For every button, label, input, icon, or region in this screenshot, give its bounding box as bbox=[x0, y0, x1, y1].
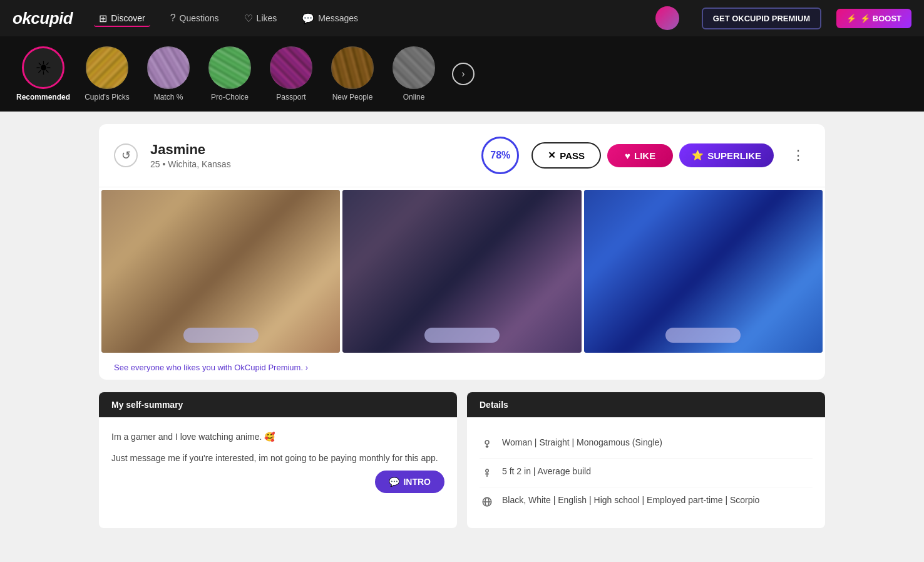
category-recommended[interactable]: ☀ Recommended bbox=[13, 41, 74, 107]
svg-point-3 bbox=[486, 469, 489, 472]
message-icon: 💬 bbox=[389, 477, 399, 487]
nav-likes[interactable]: ♡ Likes bbox=[239, 10, 282, 27]
self-summary-line2: Just message me if you're interested, im… bbox=[111, 451, 444, 465]
height-icon bbox=[480, 466, 495, 481]
details-card: Details Woman | Straight | Monogamous (S… bbox=[467, 392, 825, 528]
details-body: Woman | Straight | Monogamous (Single) 5… bbox=[467, 417, 825, 528]
category-recommended-label: Recommended bbox=[16, 93, 70, 101]
category-online-label: Online bbox=[403, 93, 425, 101]
question-icon: ? bbox=[170, 13, 176, 24]
profile-name-block: Jasmine 25 • Wichita, Kansas bbox=[150, 142, 469, 169]
match-circle: 78% bbox=[481, 137, 519, 174]
boost-icon: ⚡ bbox=[846, 14, 856, 23]
svg-point-0 bbox=[485, 440, 489, 444]
main-content: ↺ Jasmine 25 • Wichita, Kansas 78% ✕ PAS… bbox=[86, 112, 838, 553]
category-online-img bbox=[393, 46, 435, 89]
heart-icon: ♡ bbox=[244, 13, 253, 24]
photo-2[interactable] bbox=[342, 190, 581, 353]
x-icon: ✕ bbox=[548, 150, 556, 161]
category-online[interactable]: Online bbox=[386, 41, 442, 107]
category-match-img bbox=[147, 46, 190, 89]
category-new-people-label: New People bbox=[332, 93, 373, 101]
premium-button[interactable]: GET OKCUPID PREMIUM bbox=[702, 8, 821, 29]
category-bar: ☀ Recommended Cupid's Picks Match % Pro-… bbox=[0, 36, 924, 112]
superlike-button[interactable]: ⭐ SUPERLIKE bbox=[679, 143, 774, 167]
category-cupids-picks-label: Cupid's Picks bbox=[85, 93, 130, 101]
profile-header: ↺ Jasmine 25 • Wichita, Kansas 78% ✕ PAS… bbox=[99, 124, 825, 187]
nav-messages[interactable]: 💬 Messages bbox=[297, 10, 363, 27]
details-header: Details bbox=[467, 392, 825, 417]
category-cupids-picks-img bbox=[86, 46, 128, 89]
sun-icon: ☀ bbox=[35, 57, 52, 79]
refresh-button[interactable]: ↺ bbox=[114, 143, 138, 167]
superlike-icon: ⭐ bbox=[692, 150, 704, 161]
profile-age-location: 25 • Wichita, Kansas bbox=[150, 159, 469, 169]
chat-icon: 💬 bbox=[302, 13, 314, 24]
category-cupids-picks[interactable]: Cupid's Picks bbox=[79, 41, 135, 107]
category-pro-choice-label: Pro-Choice bbox=[211, 93, 249, 101]
boost-button[interactable]: ⚡ ⚡ BOOST bbox=[836, 9, 911, 28]
more-options-button[interactable]: ⋮ bbox=[786, 145, 810, 166]
category-new-people-img bbox=[331, 46, 374, 89]
self-summary-card: My self-summary Im a gamer and I love wa… bbox=[99, 392, 457, 528]
category-pro-choice[interactable]: Pro-Choice bbox=[202, 41, 258, 107]
category-passport[interactable]: Passport bbox=[263, 41, 319, 107]
detail-gender: Woman | Straight | Monogamous (Single) bbox=[480, 430, 813, 459]
category-passport-img bbox=[270, 46, 312, 89]
photo-1-badge bbox=[183, 328, 259, 343]
self-summary-line1: Im a gamer and I love watching anime. 🥰 bbox=[111, 430, 444, 444]
photo-3[interactable] bbox=[584, 190, 823, 353]
self-summary-header: My self-summary bbox=[99, 392, 457, 417]
category-pro-choice-img bbox=[208, 46, 251, 89]
action-buttons: ✕ PASS ♥ LIKE ⭐ SUPERLIKE bbox=[531, 142, 774, 169]
photo-1[interactable] bbox=[101, 190, 340, 353]
profile-name: Jasmine bbox=[150, 142, 469, 158]
category-match[interactable]: Match % bbox=[140, 41, 197, 107]
detail-height-text: 5 ft 2 in | Average build bbox=[502, 465, 591, 478]
globe-icon bbox=[480, 494, 495, 509]
photo-grid bbox=[99, 187, 825, 355]
app-logo: okcupid bbox=[13, 9, 73, 28]
detail-background: Black, White | English | High school | E… bbox=[480, 487, 813, 516]
photo-3-badge bbox=[665, 328, 741, 343]
category-new-people[interactable]: New People bbox=[324, 41, 381, 107]
heart-filled-icon: ♥ bbox=[625, 150, 630, 161]
category-recommended-img: ☀ bbox=[22, 46, 64, 89]
self-summary-body: Im a gamer and I love watching anime. 🥰 … bbox=[99, 417, 457, 478]
gender-icon bbox=[480, 437, 495, 452]
category-next-button[interactable]: › bbox=[452, 63, 475, 85]
detail-background-text: Black, White | English | High school | E… bbox=[502, 494, 759, 507]
intro-button[interactable]: 💬 INTRO bbox=[375, 471, 444, 493]
self-summary-text: Im a gamer and I love watching anime. 🥰 … bbox=[111, 430, 444, 466]
profile-card: ↺ Jasmine 25 • Wichita, Kansas 78% ✕ PAS… bbox=[99, 124, 825, 380]
top-navigation: okcupid ⊞ Discover ? Questions ♡ Likes 💬… bbox=[0, 0, 924, 36]
premium-cta-link[interactable]: See everyone who likes you with OkCupid … bbox=[99, 355, 825, 380]
user-avatar[interactable] bbox=[655, 6, 679, 30]
detail-height: 5 ft 2 in | Average build bbox=[480, 459, 813, 487]
profile-sections: My self-summary Im a gamer and I love wa… bbox=[99, 392, 825, 528]
discover-icon: ⊞ bbox=[99, 13, 107, 24]
category-match-label: Match % bbox=[154, 93, 183, 101]
nav-questions[interactable]: ? Questions bbox=[165, 10, 224, 26]
nav-discover[interactable]: ⊞ Discover bbox=[94, 10, 150, 27]
pass-button[interactable]: ✕ PASS bbox=[531, 142, 601, 169]
like-button[interactable]: ♥ LIKE bbox=[607, 144, 673, 167]
detail-gender-text: Woman | Straight | Monogamous (Single) bbox=[502, 436, 662, 449]
category-passport-label: Passport bbox=[276, 93, 305, 101]
photo-2-badge bbox=[424, 328, 500, 343]
